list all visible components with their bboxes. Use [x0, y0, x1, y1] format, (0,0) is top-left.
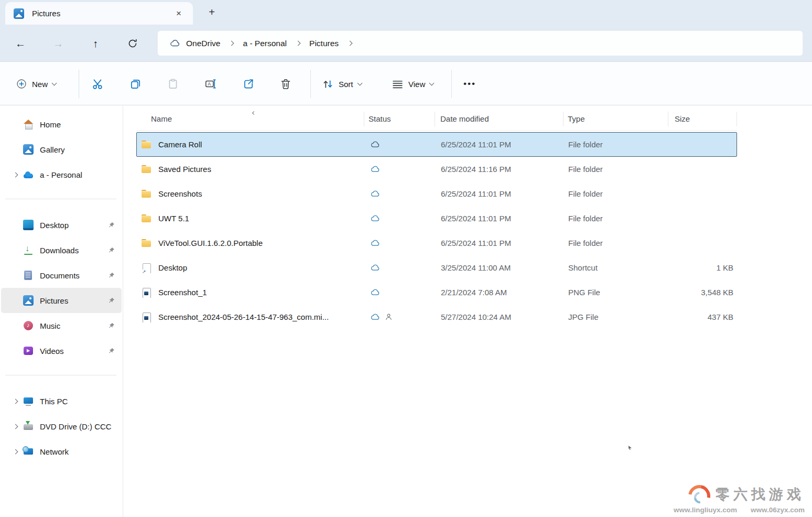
- size-cell: 3,548 KB: [669, 288, 738, 297]
- gallery-icon: [23, 144, 34, 155]
- sidebar-item-a-personal[interactable]: a - Personal: [1, 162, 122, 187]
- new-tab-button[interactable]: +: [204, 5, 219, 20]
- folder-icon: [141, 213, 151, 224]
- sidebar-item-home[interactable]: Home: [1, 112, 122, 137]
- sort-button[interactable]: Sort: [317, 71, 367, 96]
- tab-title: Pictures: [32, 9, 60, 18]
- status-cell: [365, 263, 436, 273]
- this-pc-icon: [23, 396, 34, 406]
- cut-icon: [91, 78, 104, 90]
- breadcrumb-a-personal[interactable]: a - Personal: [237, 36, 292, 51]
- close-tab-icon[interactable]: ×: [172, 7, 186, 20]
- watermark-url-right: www.06zyx.com: [751, 506, 805, 514]
- file-rows: Camera Roll 6/25/2024 11:01 PM File fold…: [136, 132, 737, 329]
- file-name-cell: Screenshot_2024-05-26-14-15-47-963_com.m…: [137, 312, 365, 322]
- paste-icon: [167, 78, 179, 90]
- expand-chevron-icon[interactable]: [7, 450, 23, 454]
- file-row-desktop[interactable]: Desktop 3/25/2024 11:00 AM Shortcut 1 KB: [136, 255, 737, 280]
- downloads-icon: [23, 245, 34, 255]
- sidebar-item-desktop[interactable]: Desktop: [1, 212, 122, 238]
- column-header-name[interactable]: Name: [136, 107, 364, 130]
- shortcut-icon: [141, 263, 151, 273]
- expand-chevron-icon[interactable]: [7, 324, 23, 328]
- size-cell: 437 KB: [669, 313, 738, 321]
- file-row-screenshots[interactable]: Screenshots 6/25/2024 11:01 PM File fold…: [136, 181, 737, 206]
- type-cell: JPG File: [564, 313, 669, 321]
- delete-button[interactable]: [274, 71, 297, 96]
- expand-chevron-icon[interactable]: [7, 223, 23, 227]
- expand-chevron-icon[interactable]: [7, 148, 23, 152]
- status-cell: [365, 312, 436, 322]
- status-cell: [365, 164, 436, 175]
- rename-button[interactable]: A: [199, 71, 222, 96]
- sidebar-item-downloads[interactable]: Downloads: [1, 238, 122, 263]
- sidebar-item-pictures[interactable]: Pictures: [1, 288, 122, 313]
- refresh-icon: [127, 38, 138, 49]
- sort-ascending-icon: [253, 107, 255, 116]
- file-row-uwt-5-1[interactable]: UWT 5.1 6/25/2024 11:01 PM File folder: [136, 206, 737, 231]
- cloud-status-icon: [370, 263, 381, 273]
- sidebar-item-this-pc[interactable]: This PC: [1, 389, 122, 414]
- sidebar-item-dvd-drive-d-ccc[interactable]: DVD Drive (D:) CCC: [1, 414, 122, 439]
- refresh-button[interactable]: [124, 35, 142, 52]
- expand-chevron-icon[interactable]: [7, 173, 23, 177]
- chevron-right-icon[interactable]: [296, 41, 300, 45]
- sidebar-item-gallery[interactable]: Gallery: [1, 137, 122, 162]
- navigation-pane: Home Gallery a - Personal Desktop Downlo…: [0, 106, 123, 517]
- file-row-saved-pictures[interactable]: Saved Pictures 6/25/2024 11:16 PM File f…: [136, 157, 737, 181]
- sidebar-item-music[interactable]: Music: [1, 313, 122, 338]
- file-row-screenshot-2024-05-26-14-15-47-963-com-mi[interactable]: Screenshot_2024-05-26-14-15-47-963_com.m…: [136, 305, 737, 329]
- chevron-down-icon: [429, 81, 435, 86]
- delete-icon: [279, 78, 292, 90]
- new-button[interactable]: New: [10, 71, 61, 96]
- file-name-cell: Saved Pictures: [137, 164, 365, 175]
- date-modified-cell: 6/25/2024 11:01 PM: [436, 214, 564, 223]
- plus-circle-icon: [16, 78, 27, 90]
- cut-button[interactable]: [86, 71, 109, 96]
- chevron-right-icon[interactable]: [348, 41, 352, 45]
- file-explorer-window: Pictures × + ← → ↑ OneDrive a - Personal…: [0, 0, 812, 517]
- up-button[interactable]: ↑: [86, 35, 104, 52]
- back-button[interactable]: ←: [12, 35, 29, 52]
- file-name: Desktop: [158, 263, 187, 272]
- file-row-camera-roll[interactable]: Camera Roll 6/25/2024 11:01 PM File fold…: [136, 132, 737, 157]
- view-icon: [392, 78, 404, 90]
- sidebar-item-documents[interactable]: Documents: [1, 263, 122, 288]
- breadcrumb-pictures[interactable]: Pictures: [304, 36, 344, 51]
- expand-chevron-icon[interactable]: [7, 249, 23, 252]
- share-icon: [242, 78, 255, 90]
- expand-chevron-icon[interactable]: [7, 274, 23, 277]
- sidebar-item-network[interactable]: Network: [1, 439, 122, 464]
- column-header-size[interactable]: Size: [668, 107, 737, 130]
- expand-chevron-icon[interactable]: [7, 123, 23, 126]
- file-row-vivetool-gui-1-6-2-0-portable[interactable]: ViVeTool.GUI.1.6.2.0.Portable 6/25/2024 …: [136, 231, 737, 255]
- column-header-status[interactable]: Status: [364, 107, 435, 130]
- file-list-area: Name Status Date modified Type Size Came…: [124, 106, 812, 517]
- expand-chevron-icon[interactable]: [7, 349, 23, 353]
- documents-icon: [23, 270, 34, 281]
- date-modified-cell: 3/25/2024 11:00 AM: [436, 263, 564, 272]
- breadcrumb-onedrive[interactable]: OneDrive: [181, 36, 225, 51]
- file-name: Screenshot_1: [158, 288, 207, 297]
- expand-chevron-icon[interactable]: [7, 400, 23, 403]
- expand-chevron-icon[interactable]: [7, 299, 23, 303]
- view-button[interactable]: View: [386, 71, 439, 96]
- file-name: UWT 5.1: [158, 214, 189, 223]
- share-button[interactable]: [237, 71, 260, 96]
- column-header-date-modified[interactable]: Date modified: [435, 107, 564, 130]
- more-options-button[interactable]: •••: [458, 71, 481, 96]
- sidebar-item-videos[interactable]: Videos: [1, 338, 122, 363]
- chevron-right-icon[interactable]: [230, 41, 233, 45]
- tab-pictures[interactable]: Pictures ×: [5, 2, 193, 25]
- column-header-type[interactable]: Type: [564, 107, 668, 130]
- quick-access-group: Home Gallery a - Personal: [0, 112, 123, 187]
- expand-chevron-icon[interactable]: [7, 425, 23, 428]
- address-bar[interactable]: OneDrive a - Personal Pictures: [157, 30, 803, 56]
- file-row-screenshot-1[interactable]: Screenshot_1 2/21/2024 7:08 AM PNG File …: [136, 280, 737, 305]
- forward-button[interactable]: →: [49, 35, 67, 52]
- sidebar-item-label: a - Personal: [40, 170, 122, 179]
- copy-button[interactable]: [124, 71, 147, 96]
- paste-button[interactable]: [161, 71, 185, 96]
- size-cell: 1 KB: [669, 263, 738, 272]
- music-icon: [23, 320, 34, 331]
